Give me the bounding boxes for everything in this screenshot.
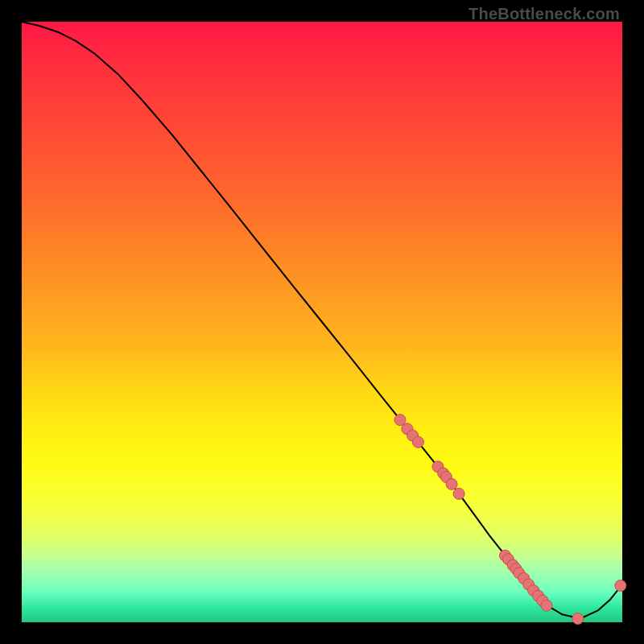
chart-frame: TheBottleneck.com	[0, 0, 644, 644]
plot-area	[22, 22, 622, 622]
watermark-text: TheBottleneck.com	[469, 5, 620, 23]
